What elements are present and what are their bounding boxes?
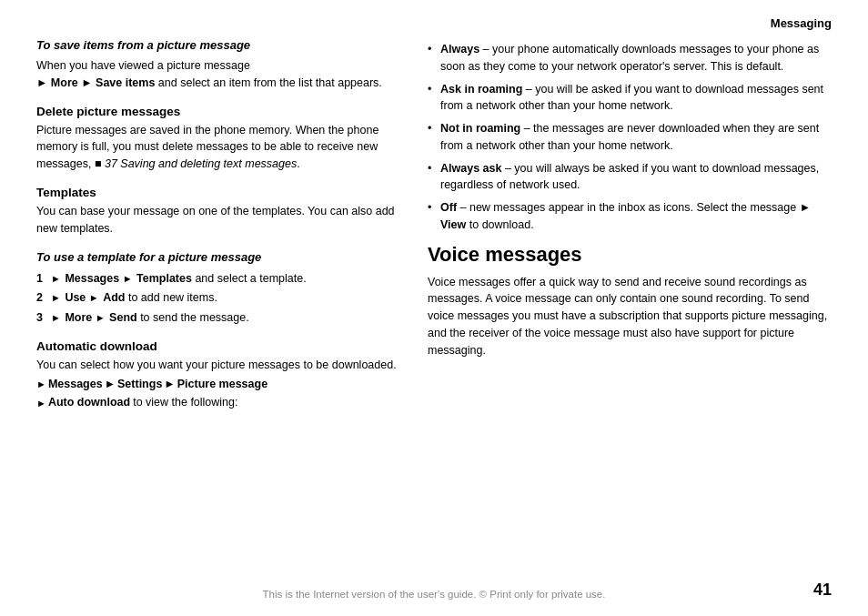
- arrow-more: ►: [36, 76, 51, 89]
- section-save-items: To save items from a picture message Whe…: [36, 37, 400, 92]
- template-step-2: 2 ► Use ► Add to add new items.: [36, 289, 400, 307]
- left-column: To save items from a picture message Whe…: [36, 37, 400, 424]
- template-steps-list: 1 ► Messages ► Templates and select a te…: [36, 270, 400, 327]
- em-arrow-ref: ■: [91, 157, 101, 170]
- section-templates-body: You can base your message on one of the …: [36, 203, 400, 237]
- page-number: 41: [813, 581, 832, 600]
- footer-text: This is the Internet version of the user…: [0, 589, 868, 600]
- bullet-not-roaming: • Not in roaming – the messages are neve…: [428, 120, 832, 155]
- section-save-items-heading: To save items from a picture message: [36, 37, 400, 54]
- voice-messages-body: Voice messages offer a quick way to send…: [428, 274, 832, 359]
- content-area: To save items from a picture message Whe…: [0, 37, 868, 424]
- save-items-link: Save items: [96, 76, 155, 89]
- section-delete-body: Picture messages are saved in the phone …: [36, 122, 400, 173]
- download-options-list: • Always – your phone automatically down…: [428, 41, 832, 234]
- header-title: Messaging: [771, 16, 832, 30]
- section-save-items-body: When you have viewed a picture message ►…: [36, 57, 400, 92]
- page-header: Messaging: [0, 0, 868, 37]
- section-templates: Templates You can base your message on o…: [36, 186, 400, 237]
- section-voice-messages: Voice messages Voice messages offer a qu…: [428, 243, 832, 359]
- template-step-1: 1 ► Messages ► Templates and select a te…: [36, 270, 400, 288]
- page: Messaging To save items from a picture m…: [0, 0, 868, 616]
- auto-download-path1: ► Messages ► Settings ► Picture message: [36, 376, 400, 393]
- auto-download-path2: ► Auto download to view the following:: [36, 394, 400, 411]
- section-delete-heading: Delete picture messages: [36, 105, 400, 118]
- section-templates-heading: Templates: [36, 186, 400, 199]
- more-link: More: [51, 76, 78, 89]
- right-column: • Always – your phone automatically down…: [428, 37, 832, 424]
- bullet-always-ask: • Always ask – you will always be asked …: [428, 160, 832, 195]
- voice-messages-heading: Voice messages: [428, 243, 832, 267]
- section-auto-download-body: You can select how you want your picture…: [36, 357, 400, 374]
- bullet-always: • Always – your phone automatically down…: [428, 41, 832, 76]
- template-step-3: 3 ► More ► Send to send the message.: [36, 309, 400, 327]
- section-use-template-heading: To use a template for a picture message: [36, 249, 400, 266]
- section-delete-messages: Delete picture messages Picture messages…: [36, 105, 400, 173]
- bullet-off: • Off – new messages appear in the inbox…: [428, 199, 832, 234]
- bullet-ask-roaming: • Ask in roaming – you will be asked if …: [428, 81, 832, 116]
- section-use-template: To use a template for a picture message …: [36, 249, 400, 326]
- section-auto-download: Automatic download You can select how yo…: [36, 339, 400, 411]
- section-auto-download-heading: Automatic download: [36, 339, 400, 353]
